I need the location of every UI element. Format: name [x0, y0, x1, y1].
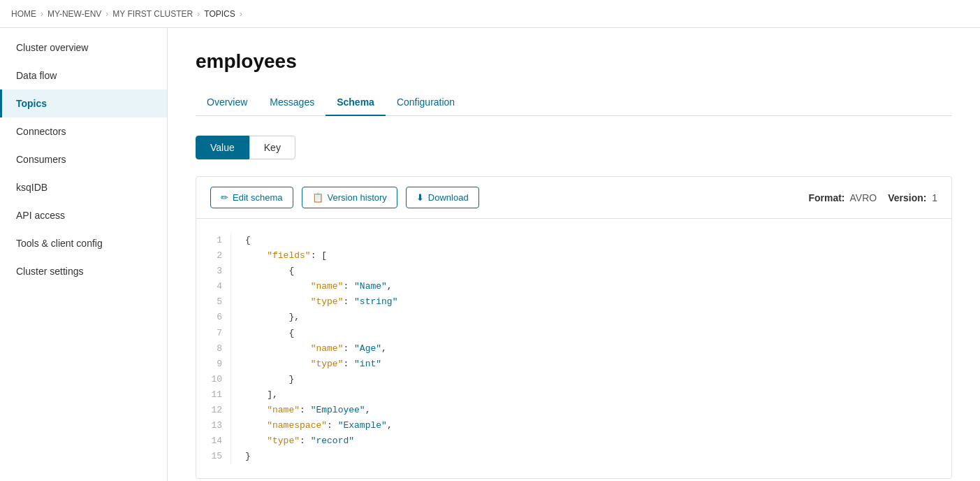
sidebar: Cluster overview Data flow Topics Connec…: [0, 28, 168, 481]
format-label: Format:: [808, 192, 844, 203]
code-line: "type": "record": [245, 433, 937, 449]
toggle-value-button[interactable]: Value: [196, 136, 249, 159]
sidebar-item-cluster-settings[interactable]: Cluster settings: [0, 257, 167, 285]
line-numbers: 123456789101112131415: [196, 233, 231, 464]
breadcrumb-cluster[interactable]: MY FIRST CLUSTER: [112, 9, 193, 19]
edit-schema-button[interactable]: ✏ Edit schema: [210, 187, 293, 208]
code-line: "type": "int": [245, 357, 937, 372]
code-line: },: [245, 310, 937, 325]
breadcrumb-env[interactable]: MY-NEW-ENV: [47, 9, 101, 19]
code-line: {: [245, 233, 937, 248]
page-title: employees: [196, 50, 952, 73]
edit-icon: ✏: [221, 192, 228, 203]
sidebar-item-consumers[interactable]: Consumers: [0, 145, 167, 173]
code-line: ],: [245, 387, 937, 403]
tab-configuration[interactable]: Configuration: [386, 89, 466, 116]
toggle-key-button[interactable]: Key: [249, 136, 295, 159]
history-icon: 📋: [312, 192, 323, 203]
code-line: {: [245, 264, 937, 279]
breadcrumb: HOME › MY-NEW-ENV › MY FIRST CLUSTER › T…: [0, 0, 980, 28]
code-line: {: [245, 326, 937, 341]
format-value-text: AVRO: [850, 192, 877, 203]
sidebar-item-tools-client-config[interactable]: Tools & client config: [0, 229, 167, 257]
download-icon: ⬇: [416, 192, 424, 203]
sidebar-item-data-flow[interactable]: Data flow: [0, 62, 167, 89]
sep1: ›: [41, 9, 43, 19]
sep2: ›: [105, 9, 108, 19]
code-line: "type": "string": [245, 294, 937, 310]
version-label: Version:: [888, 192, 926, 203]
code-content: { "fields": [ { "name": "Name", "type": …: [231, 233, 951, 464]
code-line: "name": "Employee",: [245, 403, 937, 418]
main-content: employees Overview Messages Schema Confi…: [168, 28, 980, 481]
sidebar-item-connectors[interactable]: Connectors: [0, 117, 167, 145]
sidebar-item-ksqldb[interactable]: ksqIDB: [0, 173, 167, 201]
schema-toolbar: ✏ Edit schema 📋 Version history ⬇ Downlo…: [196, 177, 951, 219]
code-line: }: [245, 449, 937, 464]
version-value-text: 1: [932, 192, 937, 203]
schema-meta: Format: AVRO Version: 1: [808, 192, 937, 203]
code-block: 123456789101112131415 { "fields": [ { "n…: [196, 219, 951, 478]
value-key-toggle: Value Key: [196, 136, 952, 159]
code-line: "namespace": "Example",: [245, 418, 937, 433]
version-history-button[interactable]: 📋 Version history: [302, 187, 397, 208]
tab-overview[interactable]: Overview: [196, 89, 258, 116]
tab-bar: Overview Messages Schema Configuration: [196, 89, 952, 116]
code-line: "fields": [: [245, 248, 937, 264]
sep3: ›: [197, 9, 200, 19]
schema-card: ✏ Edit schema 📋 Version history ⬇ Downlo…: [196, 176, 952, 479]
code-line: "name": "Name",: [245, 279, 937, 294]
tab-schema[interactable]: Schema: [326, 89, 386, 116]
breadcrumb-home[interactable]: HOME: [11, 9, 36, 19]
sidebar-item-cluster-overview[interactable]: Cluster overview: [0, 34, 167, 62]
sep4: ›: [240, 9, 242, 19]
code-line: }: [245, 372, 937, 387]
tab-messages[interactable]: Messages: [258, 89, 326, 116]
code-line: "name": "Age",: [245, 341, 937, 357]
breadcrumb-section[interactable]: TOPICS: [204, 9, 235, 19]
sidebar-item-api-access[interactable]: API access: [0, 201, 167, 229]
download-button[interactable]: ⬇ Download: [406, 187, 479, 208]
sidebar-item-topics[interactable]: Topics: [0, 89, 167, 117]
